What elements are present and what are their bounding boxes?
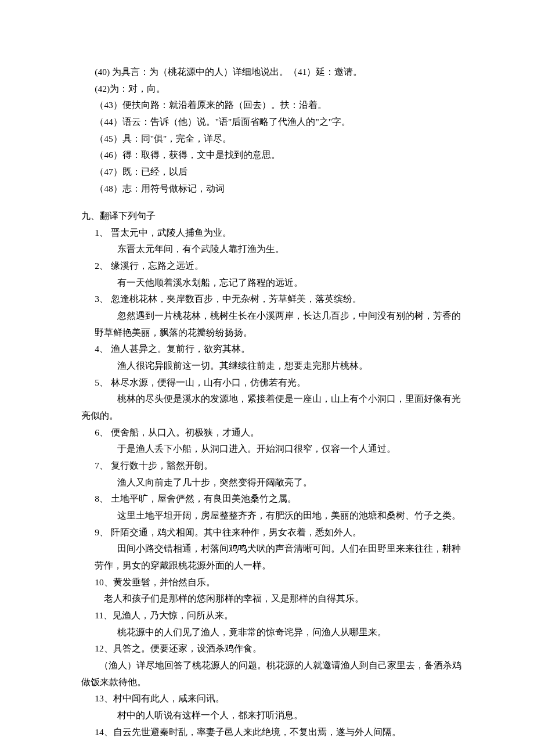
sentence-source: 6、 便舍船，从口入。初极狭，才通人。 bbox=[91, 424, 464, 441]
sentence-translation: 渔人又向前走了几十步，突然变得开阔敞亮了。 bbox=[91, 474, 464, 491]
sentence-source: 5、 林尽水源，便得一山，山有小口，仿佛若有光。 bbox=[91, 375, 464, 391]
item-number: 8、 bbox=[95, 494, 109, 503]
item-number: 2、 bbox=[95, 261, 109, 271]
item-number: 14、 bbox=[95, 727, 113, 737]
source-text: 渔人甚异之。复前行，欲穷其林。 bbox=[109, 344, 250, 354]
source-text: 阡陌交通，鸡犬相闻。其中往来种作，男女衣着，悉如外人。 bbox=[109, 527, 362, 537]
dict-entry: （44）语云：告诉（他）说。"语"后面省略了代渔人的"之"字。 bbox=[81, 114, 463, 131]
sentence-source: 14、自云先世避秦时乱，率妻子邑人来此绝境，不复出焉，遂与外人间隔。 bbox=[91, 724, 464, 741]
source-text: 具答之。便要还家，设酒杀鸡作食。 bbox=[113, 643, 262, 653]
dict-entry: （45）具：同"俱"，完全，详尽。 bbox=[81, 131, 463, 147]
sentence-translation-cont: 亮似的。 bbox=[81, 408, 463, 424]
sentence-source: 12、具答之。便要还家，设酒杀鸡作食。 bbox=[91, 640, 464, 657]
source-text: 复行数十步，豁然开朗。 bbox=[109, 460, 213, 470]
sentence-translation-cont: 做饭来款待他。 bbox=[81, 674, 463, 691]
section-title: 九、翻译下列句子 bbox=[81, 208, 463, 225]
sentence-translation: 东晋太元年间，有个武陵人靠打渔为生。 bbox=[91, 241, 464, 258]
dict-entry: (40) 为具言：为（桃花源中的人）详细地说出。（41）延：邀请。 bbox=[81, 64, 463, 81]
source-text: 自云先世避秦时乱，率妻子邑人来此绝境，不复出焉，遂与外人间隔。 bbox=[113, 727, 401, 737]
sentence-source: 8、 土地平旷，屋舍俨然，有良田美池桑竹之属。 bbox=[91, 491, 464, 507]
sentence-translation: 桃花源中的人们见了渔人，竟非常的惊奇诧异，问渔人从哪里来。 bbox=[91, 624, 464, 641]
source-text: 林尽水源，便得一山，山有小口，仿佛若有光。 bbox=[109, 377, 306, 387]
sentence-translation: 渔人很诧异眼前这一切。其继续往前走，想要走完那片桃林。 bbox=[91, 358, 464, 375]
item-number: 11、 bbox=[95, 610, 113, 620]
source-text: 晋太元中，武陵人捕鱼为业。 bbox=[109, 228, 232, 237]
dict-entry: (42)为：对，向。 bbox=[81, 81, 463, 98]
sentence-source: 11、见渔人，乃大惊，问所从来。 bbox=[91, 607, 464, 624]
dict-entry: （43）便扶向路：就沿着原来的路（回去）。扶：沿着。 bbox=[81, 97, 463, 114]
item-number: 13、 bbox=[95, 693, 113, 703]
dict-entry: （48）志：用符号做标记，动词 bbox=[81, 181, 463, 197]
sentence-source: 13、村中闻有此人，咸来问讯。 bbox=[91, 690, 464, 707]
item-number: 10、 bbox=[95, 577, 113, 587]
item-number: 3、 bbox=[95, 294, 109, 304]
sentence-translation: 老人和孩子们是那样的悠闲那样的幸福，又是那样的自得其乐。 bbox=[91, 591, 464, 607]
item-number: 4、 bbox=[95, 344, 109, 354]
dict-entry: （47）既：已经，以后 bbox=[81, 164, 463, 181]
source-text: 村中闻有此人，咸来问讯。 bbox=[113, 693, 225, 703]
source-text: 忽逢桃花林，夹岸数百步，中无杂树，芳草鲜美，落英缤纷。 bbox=[109, 294, 362, 304]
source-text: 黄发垂髫，并怡然自乐。 bbox=[113, 577, 215, 587]
item-number: 9、 bbox=[95, 527, 109, 537]
source-text: 见渔人，乃大惊，问所从来。 bbox=[113, 610, 233, 620]
sentence-translation: 忽然遇到一片桃花林，桃树生长在小溪两岸，长达几百步，中间没有别的树，芳香的 bbox=[91, 308, 464, 325]
sentence-translation: 村中的人听说有这样一个人，都来打听消息。 bbox=[91, 707, 464, 724]
sentence-source: 4、 渔人甚异之。复前行，欲穷其林。 bbox=[91, 341, 464, 358]
sentence-translation: 这里土地平坦开阔，房屋整整齐齐，有肥沃的田地，美丽的池塘和桑树、竹子之类。 bbox=[91, 507, 464, 524]
sentence-translation-cont: 劳作，男女的穿戴跟桃花源外面的人一样。 bbox=[91, 557, 464, 574]
item-number: 6、 bbox=[95, 427, 109, 437]
source-text: 便舍船，从口入。初极狭，才通人。 bbox=[109, 427, 259, 437]
sentence-source: 10、黄发垂髫，并怡然自乐。 bbox=[91, 574, 464, 591]
dict-entry: （46）得：取得，获得，文中是找到的意思。 bbox=[81, 147, 463, 164]
item-number: 1、 bbox=[95, 228, 109, 237]
sentence-source: 9、 阡陌交通，鸡犬相闻。其中往来种作，男女衣着，悉如外人。 bbox=[91, 524, 464, 541]
sentence-translation: 有一天他顺着溪水划船，忘记了路程的远近。 bbox=[91, 275, 464, 291]
item-number: 12、 bbox=[95, 643, 113, 653]
sentence-source: 7、 复行数十步，豁然开朗。 bbox=[91, 458, 464, 474]
item-number: 5、 bbox=[95, 377, 109, 387]
sentence-source: 3、 忽逢桃花林，夹岸数百步，中无杂树，芳草鲜美，落英缤纷。 bbox=[91, 291, 464, 308]
sentence-translation: （渔人）详尽地回答了桃花源人的问题。桃花源的人就邀请渔人到自己家里去，备酒杀鸡 bbox=[91, 657, 464, 674]
source-text: 缘溪行，忘路之远近。 bbox=[109, 261, 204, 271]
item-number: 7、 bbox=[95, 460, 109, 470]
sentence-source: 1、 晋太元中，武陵人捕鱼为业。 bbox=[91, 225, 464, 242]
sentence-translation: 桃林的尽头便是溪水的发源地，紧接着便是一座山，山上有个小洞口，里面好像有光 bbox=[91, 391, 464, 408]
sentence-translation: 田间小路交错相通，村落间鸡鸣犬吠的声音清晰可闻。人们在田野里来来往往，耕种 bbox=[91, 541, 464, 557]
sentence-translation: 于是渔人丢下小船，从洞口进入。开始洞口很窄，仅容一个人通过。 bbox=[91, 441, 464, 458]
sentence-source: 2、 缘溪行，忘路之远近。 bbox=[91, 258, 464, 275]
source-text: 土地平旷，屋舍俨然，有良田美池桑竹之属。 bbox=[109, 494, 297, 503]
sentence-translation-cont: 野草鲜艳美丽，飘落的花瓣纷纷扬扬。 bbox=[91, 325, 464, 341]
